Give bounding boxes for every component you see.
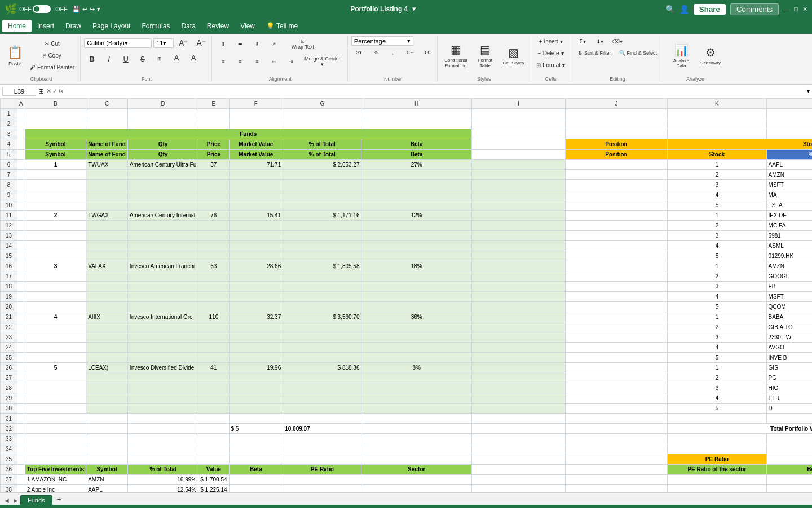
table-cell[interactable] <box>565 271 667 282</box>
table-cell[interactable] <box>361 322 471 332</box>
table-cell[interactable] <box>25 251 86 261</box>
table-cell[interactable]: IFX.DE <box>766 211 812 221</box>
comma-button[interactable]: , <box>385 47 401 58</box>
table-cell[interactable] <box>361 373 471 383</box>
table-cell[interactable]: Invesco Diversified Divide <box>127 363 198 373</box>
table-cell[interactable] <box>17 414 25 424</box>
table-cell[interactable] <box>86 434 128 444</box>
table-cell[interactable]: Total Portfolio Value <box>668 424 812 434</box>
table-cell[interactable] <box>565 373 667 383</box>
table-cell[interactable] <box>127 393 198 404</box>
table-cell[interactable] <box>17 485 25 493</box>
undo-icon[interactable]: ↩ <box>82 6 87 13</box>
increase-decimal-button[interactable]: .00 <box>419 47 435 58</box>
tab-scroll-left[interactable]: ◀ <box>2 496 11 505</box>
table-cell[interactable] <box>283 119 361 129</box>
table-cell[interactable] <box>25 353 86 363</box>
table-cell[interactable] <box>17 312 25 322</box>
menu-item-home[interactable]: Home <box>2 20 32 32</box>
font-color-button[interactable]: A <box>186 51 201 66</box>
table-cell[interactable] <box>86 373 128 383</box>
add-sheet-button[interactable]: + <box>52 493 66 505</box>
table-cell[interactable] <box>565 312 667 322</box>
table-cell[interactable]: $ 5 <box>229 424 283 434</box>
table-cell[interactable] <box>229 190 283 200</box>
table-cell[interactable] <box>766 119 812 129</box>
table-cell[interactable] <box>86 414 128 424</box>
table-cell[interactable] <box>86 353 128 363</box>
table-cell[interactable] <box>471 444 565 454</box>
table-cell[interactable] <box>127 170 198 180</box>
table-cell[interactable] <box>17 373 25 383</box>
table-cell[interactable] <box>766 414 812 424</box>
borders-button[interactable]: ⊞ <box>152 54 167 64</box>
table-cell[interactable] <box>127 424 198 434</box>
save-icon[interactable]: 💾 <box>72 6 80 13</box>
table-cell[interactable] <box>229 119 283 129</box>
table-cell[interactable] <box>361 231 471 241</box>
table-cell[interactable] <box>361 302 471 312</box>
table-cell[interactable] <box>283 271 361 282</box>
angle-text-button[interactable]: ↗ <box>266 36 282 52</box>
table-cell[interactable] <box>127 343 198 353</box>
table-cell[interactable]: Sector <box>361 465 471 475</box>
table-cell[interactable]: 5 <box>25 363 86 373</box>
font-name-selector[interactable]: Calibri (Body) ▾ <box>84 38 152 48</box>
copy-button[interactable]: ⎘ Copy <box>27 50 78 61</box>
table-cell[interactable] <box>86 424 128 434</box>
table-cell[interactable] <box>17 404 25 414</box>
table-cell[interactable] <box>17 170 25 180</box>
table-cell[interactable] <box>17 322 25 332</box>
table-cell[interactable] <box>198 322 229 332</box>
table-cell[interactable] <box>198 343 229 353</box>
table-cell[interactable] <box>127 332 198 343</box>
fill-button[interactable]: ⬇▾ <box>592 36 607 47</box>
table-cell[interactable] <box>229 271 283 282</box>
table-cell[interactable] <box>17 343 25 353</box>
analyze-data-button[interactable]: 📊 Analyze Data <box>667 38 696 74</box>
table-cell[interactable] <box>471 139 565 150</box>
table-cell[interactable]: American Century Ultra Fu <box>127 160 198 170</box>
strikethrough-button[interactable]: S̶ <box>135 52 151 65</box>
table-cell[interactable] <box>25 343 86 353</box>
table-cell[interactable] <box>229 393 283 404</box>
table-cell[interactable]: PE Ratio <box>668 454 766 465</box>
tab-scroll-right[interactable]: ▶ <box>11 496 20 505</box>
table-cell[interactable]: 8% <box>361 363 471 373</box>
table-cell[interactable]: Symbol <box>25 150 86 160</box>
table-cell[interactable] <box>229 231 283 241</box>
table-cell[interactable] <box>361 475 471 485</box>
table-cell[interactable] <box>198 190 229 200</box>
table-cell[interactable]: PE Ratio <box>283 465 361 475</box>
table-cell[interactable] <box>471 302 565 312</box>
table-cell[interactable]: ETR <box>766 393 812 404</box>
table-cell[interactable] <box>361 383 471 393</box>
doc-title-expand[interactable]: ▾ <box>412 5 416 13</box>
table-cell[interactable]: 2 <box>668 170 766 180</box>
table-cell[interactable] <box>766 109 812 119</box>
table-cell[interactable]: Funds <box>25 129 471 139</box>
table-cell[interactable]: Market Value <box>229 150 283 160</box>
cell-reference[interactable] <box>2 87 36 96</box>
table-cell[interactable] <box>283 282 361 292</box>
table-cell[interactable] <box>565 475 667 485</box>
col-header-j[interactable]: J <box>565 99 667 109</box>
table-cell[interactable] <box>565 261 667 271</box>
table-cell[interactable] <box>471 393 565 404</box>
table-cell[interactable] <box>361 251 471 261</box>
col-header-f[interactable]: F <box>229 99 283 109</box>
table-cell[interactable]: 12.54% <box>127 485 198 493</box>
table-cell[interactable] <box>86 282 128 292</box>
table-cell[interactable] <box>283 353 361 363</box>
table-cell[interactable] <box>198 434 229 444</box>
table-cell[interactable] <box>283 383 361 393</box>
table-cell[interactable] <box>471 475 565 485</box>
table-cell[interactable] <box>283 200 361 211</box>
table-cell[interactable] <box>25 241 86 251</box>
table-cell[interactable] <box>565 454 667 465</box>
align-bottom-button[interactable]: ⬇ <box>249 36 265 52</box>
table-cell[interactable] <box>283 109 361 119</box>
table-cell[interactable] <box>361 221 471 231</box>
table-cell[interactable] <box>17 465 25 475</box>
table-cell[interactable]: $ 1,225.14 <box>198 485 229 493</box>
